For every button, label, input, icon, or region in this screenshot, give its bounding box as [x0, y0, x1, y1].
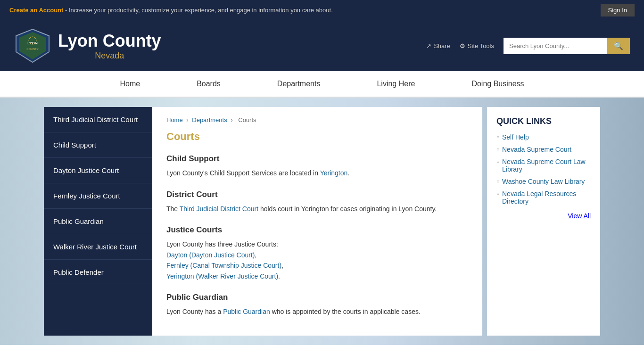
nav-departments[interactable]: Departments [249, 71, 349, 97]
svg-text:COUNTY: COUNTY [26, 48, 38, 50]
share-icon: ↗ [426, 42, 431, 49]
quick-link-nevada-supreme[interactable]: Nevada Supreme Court [502, 146, 571, 153]
breadcrumb-home[interactable]: Home [166, 116, 183, 123]
page-title: Courts [166, 131, 468, 143]
link-third-judicial[interactable]: Third Judicial District Court [180, 205, 258, 213]
main-nav: Home Boards Departments Living Here Doin… [0, 71, 644, 98]
list-item: Nevada Legal Resources Directory [496, 190, 591, 205]
view-all[interactable]: View All [496, 212, 591, 220]
sidebar-item-dayton-justice[interactable]: Dayton Justice Court [44, 158, 152, 183]
section-body-district-text: The [166, 205, 180, 213]
section-body-guardian-text: Lyon County has a [166, 308, 223, 315]
section-title-child-support: Child Support [166, 152, 468, 165]
section-child-support: Child Support Lyon County's Child Suppor… [166, 152, 468, 179]
share-button[interactable]: ↗ Share [426, 42, 450, 49]
view-all-link[interactable]: View All [568, 212, 591, 220]
quick-link-washoe-law[interactable]: Washoe County Law Library [502, 178, 585, 185]
breadcrumb-sep2: › [231, 116, 234, 123]
section-body-child-support-text: Lyon County's Child Support Services are… [166, 169, 320, 177]
section-public-guardian: Public Guardian Lyon County has a Public… [166, 291, 468, 317]
sidebar-item-child-support[interactable]: Child Support [44, 132, 152, 158]
content-area: Third Judicial District Court Child Supp… [44, 107, 600, 336]
section-title-district-court: District Court [166, 188, 468, 201]
quick-link-nevada-legal[interactable]: Nevada Legal Resources Directory [502, 190, 576, 205]
section-body-justice-text: Lyon County has three Justice Courts: [166, 240, 278, 248]
logo-area: LYON COUNTY Lyon County Nevada [14, 27, 161, 64]
create-account-link[interactable]: Create an Account [9, 7, 63, 14]
list-item: Washoe County Law Library [496, 178, 591, 185]
banner-message: - Increase your productivity, customize … [65, 7, 333, 14]
gear-icon: ⚙ [460, 42, 465, 49]
sidebar-item-public-guardian[interactable]: Public Guardian [44, 209, 152, 234]
header-actions: ↗ Share ⚙ Site Tools [426, 42, 494, 49]
sidebar-item-fernley-justice[interactable]: Fernley Justice Court [44, 183, 152, 209]
breadcrumb-departments[interactable]: Departments [192, 116, 227, 123]
site-header: LYON COUNTY Lyon County Nevada ↗ Share ⚙… [0, 20, 644, 71]
search-bar: 🔍 [504, 38, 630, 54]
sidebar-item-walker-river[interactable]: Walker River Justice Court [44, 234, 152, 260]
search-button[interactable]: 🔍 [607, 38, 630, 54]
sign-in-button[interactable]: Sign In [601, 4, 635, 16]
quick-link-nevada-supreme-law[interactable]: Nevada Supreme Court Law Library [502, 158, 586, 173]
sidebar: Third Judicial District Court Child Supp… [44, 107, 152, 336]
list-item: Nevada Supreme Court [496, 146, 591, 153]
nav-home[interactable]: Home [91, 71, 168, 97]
search-input[interactable] [504, 38, 607, 54]
section-title-justice-courts: Justice Courts [166, 223, 468, 236]
quick-links: QUICK LINKS Self Help Nevada Supreme Cou… [487, 107, 600, 336]
section-district-court: District Court The Third Judicial Distri… [166, 188, 468, 214]
top-banner: Create an Account - Increase your produc… [0, 0, 644, 20]
list-item: Nevada Supreme Court Law Library [496, 158, 591, 173]
link-fernley-justice[interactable]: Fernley (Canal Township Justice Court) [166, 262, 281, 269]
link-yerington-walker[interactable]: Yerington (Walker River Justice Court) [166, 272, 278, 280]
nav-living-here[interactable]: Living Here [348, 71, 443, 97]
link-yerington[interactable]: Yerington [320, 169, 348, 177]
site-logo: LYON COUNTY [14, 27, 51, 64]
section-justice-courts: Justice Courts Lyon County has three Jus… [166, 223, 468, 281]
site-title: Lyon County Nevada [58, 31, 161, 61]
breadcrumb-sep1: › [186, 116, 190, 123]
search-icon: 🔍 [614, 42, 623, 50]
sidebar-item-third-judicial[interactable]: Third Judicial District Court [44, 107, 152, 132]
list-item: Self Help [496, 133, 591, 141]
page-wrapper: Third Judicial District Court Child Supp… [0, 98, 644, 345]
quick-link-self-help[interactable]: Self Help [502, 133, 529, 141]
sidebar-item-public-defender[interactable]: Public Defender [44, 260, 152, 285]
link-public-guardian[interactable]: Public Guardian [223, 308, 270, 315]
site-tools-button[interactable]: ⚙ Site Tools [460, 42, 494, 49]
quick-links-title: QUICK LINKS [496, 116, 591, 126]
nav-doing-business[interactable]: Doing Business [443, 71, 552, 97]
nav-boards[interactable]: Boards [168, 71, 249, 97]
section-title-public-guardian: Public Guardian [166, 291, 468, 304]
link-dayton-justice[interactable]: Dayton (Dayton Justice Court) [166, 251, 255, 259]
main-content: Home › Departments › Courts Courts Child… [152, 107, 482, 336]
breadcrumb: Home › Departments › Courts [166, 116, 468, 123]
breadcrumb-current: Courts [238, 116, 256, 123]
header-right: ↗ Share ⚙ Site Tools 🔍 [426, 38, 630, 54]
quick-links-list: Self Help Nevada Supreme Court Nevada Su… [496, 133, 591, 205]
